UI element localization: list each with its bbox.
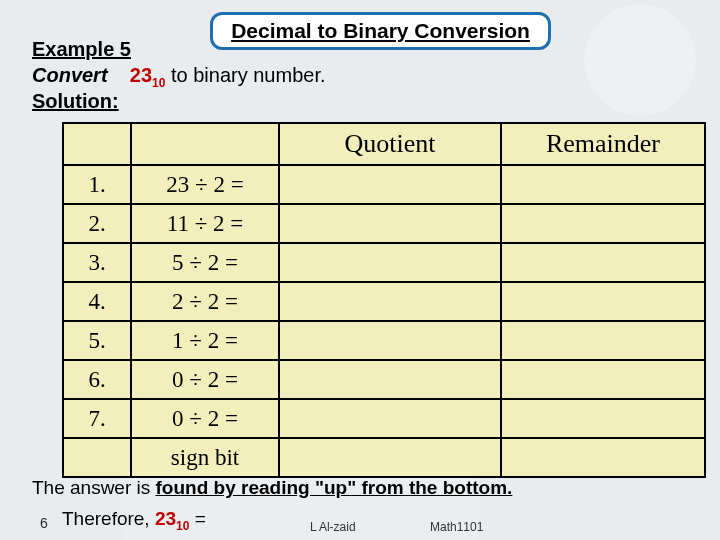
cell-expr: 23 ÷ 2 = (131, 165, 279, 204)
solution-label: Solution: (32, 90, 119, 113)
cell-step (63, 438, 131, 477)
therefore-sub: 10 (176, 519, 189, 533)
table-row: 2. 11 ÷ 2 = (63, 204, 705, 243)
conversion-table: Quotient Remainder 1. 23 ÷ 2 = 2. 11 ÷ 2… (62, 122, 706, 478)
page-number: 6 (40, 515, 48, 531)
col-expr (131, 123, 279, 165)
convert-line: Convert 2310 to binary number. (32, 64, 326, 90)
table-row: 5. 1 ÷ 2 = (63, 321, 705, 360)
cell-step: 3. (63, 243, 131, 282)
footer-author: L Al-zaid (310, 520, 356, 534)
cell-expr: 11 ÷ 2 = (131, 204, 279, 243)
cell-remainder (501, 321, 705, 360)
slide: Decimal to Binary Conversion Example 5 C… (0, 0, 720, 540)
therefore-value: 23 (155, 508, 176, 529)
table-row: 7. 0 ÷ 2 = (63, 399, 705, 438)
footer-course: Math1101 (430, 520, 483, 534)
cell-quotient (279, 165, 501, 204)
cell-remainder (501, 243, 705, 282)
table-row: 6. 0 ÷ 2 = (63, 360, 705, 399)
cell-quotient (279, 438, 501, 477)
page-title: Decimal to Binary Conversion (231, 19, 530, 43)
cell-remainder (501, 438, 705, 477)
cell-expr: 1 ÷ 2 = (131, 321, 279, 360)
cell-expr: 0 ÷ 2 = (131, 360, 279, 399)
cell-remainder (501, 282, 705, 321)
convert-subscript: 10 (152, 76, 165, 90)
table-row: 3. 5 ÷ 2 = (63, 243, 705, 282)
col-quotient: Quotient (279, 123, 501, 165)
answer-pre: The answer is (32, 477, 156, 498)
table-row: 1. 23 ÷ 2 = (63, 165, 705, 204)
cell-expr: 2 ÷ 2 = (131, 282, 279, 321)
convert-word: Convert (32, 64, 108, 86)
cell-step: 7. (63, 399, 131, 438)
cell-remainder (501, 360, 705, 399)
therefore-pre: Therefore, (62, 508, 155, 529)
example-label: Example 5 (32, 38, 131, 61)
cell-quotient (279, 204, 501, 243)
convert-tail: to binary number. (171, 64, 326, 86)
cell-quotient (279, 399, 501, 438)
title-chip: Decimal to Binary Conversion (210, 12, 551, 50)
therefore-tail: = (189, 508, 205, 529)
cell-step: 4. (63, 282, 131, 321)
table-header-row: Quotient Remainder (63, 123, 705, 165)
therefore-line: Therefore, 2310 = (62, 508, 206, 533)
cell-quotient (279, 321, 501, 360)
table-row: 4. 2 ÷ 2 = (63, 282, 705, 321)
answer-bold: found by reading "up" from the bottom. (156, 477, 513, 498)
cell-step: 1. (63, 165, 131, 204)
col-step (63, 123, 131, 165)
cell-remainder (501, 204, 705, 243)
answer-line: The answer is found by reading "up" from… (32, 477, 512, 499)
cell-step: 6. (63, 360, 131, 399)
cell-quotient (279, 243, 501, 282)
cell-remainder (501, 399, 705, 438)
cell-quotient (279, 360, 501, 399)
cell-step: 5. (63, 321, 131, 360)
cell-expr: 0 ÷ 2 = (131, 399, 279, 438)
col-remainder: Remainder (501, 123, 705, 165)
cell-step: 2. (63, 204, 131, 243)
cell-quotient (279, 282, 501, 321)
cell-remainder (501, 165, 705, 204)
table-row: sign bit (63, 438, 705, 477)
cell-expr: sign bit (131, 438, 279, 477)
convert-value: 23 (130, 64, 152, 86)
cell-expr: 5 ÷ 2 = (131, 243, 279, 282)
